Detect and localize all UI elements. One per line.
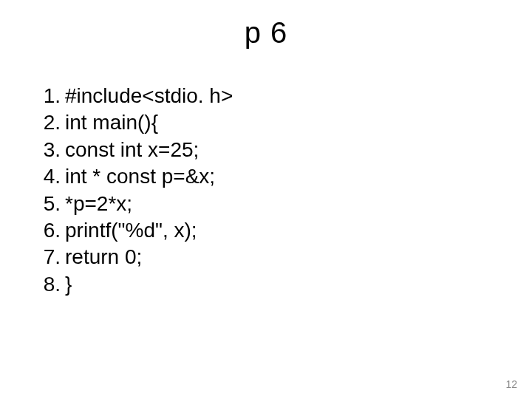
code-line: 8. } (30, 271, 233, 298)
code-line: 5. *p=2*x; (30, 191, 233, 217)
page-number: 12 (505, 378, 517, 390)
code-line: 6. printf("%d", x); (30, 217, 233, 244)
line-code: printf("%d", x); (65, 217, 197, 244)
code-line: 2. int main(){ (30, 109, 233, 136)
line-code: int * const p=&x; (65, 163, 215, 190)
code-line: 1. #include<stdio. h> (30, 83, 233, 109)
line-code: *p=2*x; (65, 191, 132, 217)
line-code: } (65, 271, 72, 298)
line-number: 3. (30, 137, 65, 163)
slide-title: p 6 (0, 0, 532, 50)
code-listing: 1. #include<stdio. h> 2. int main(){ 3. … (30, 83, 233, 298)
line-number: 6. (30, 217, 65, 244)
code-line: 3. const int x=25; (30, 137, 233, 163)
line-code: return 0; (65, 244, 142, 270)
line-number: 1. (30, 83, 65, 109)
line-code: const int x=25; (65, 137, 199, 163)
line-number: 8. (30, 271, 65, 298)
line-code: #include<stdio. h> (65, 83, 233, 109)
line-number: 4. (30, 163, 65, 190)
line-number: 7. (30, 244, 65, 270)
line-number: 2. (30, 109, 65, 136)
code-line: 7. return 0; (30, 244, 233, 270)
line-code: int main(){ (65, 109, 158, 136)
slide: p 6 1. #include<stdio. h> 2. int main(){… (0, 0, 532, 399)
line-number: 5. (30, 191, 65, 217)
code-line: 4. int * const p=&x; (30, 163, 233, 190)
